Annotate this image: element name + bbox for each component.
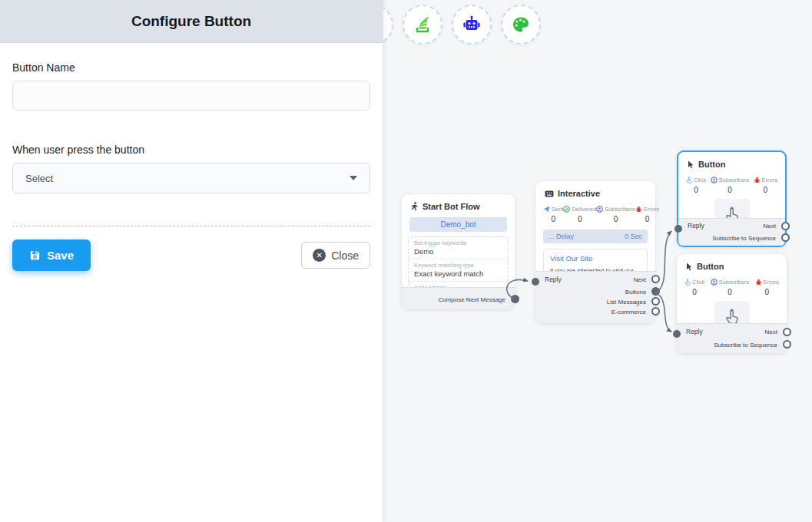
select-value: Select (25, 173, 53, 184)
output-list-messages-label: List Messages (607, 298, 646, 305)
node-button-top[interactable]: Button Click 0 Subscribers (677, 150, 787, 247)
button-name-input[interactable] (12, 81, 370, 111)
stats-row: Click 0 Subscribers 0 Errors (678, 173, 785, 194)
field-value: Exact keyword match (414, 269, 502, 278)
output-buttons-port[interactable] (651, 287, 660, 296)
subscribers-icon (711, 279, 718, 286)
flow-canvas[interactable]: Start Bot Flow Demo_bot Bot trigger keyw… (383, 0, 812, 522)
compose-next-message-port[interactable] (511, 295, 519, 303)
stat-errors: Errors 0 (754, 177, 777, 194)
output-next-port[interactable] (783, 328, 791, 336)
bot-name-badge[interactable]: Demo_bot (409, 217, 507, 232)
output-next-label: Next (634, 276, 646, 282)
field-matching-type: Keyword matching type Exact keyword matc… (409, 259, 508, 281)
configure-button-panel: Configure Button Button Name When user p… (0, 0, 383, 522)
reply-label: Reply (686, 328, 703, 335)
field-trigger-keywords: Bot trigger keywords Demo (409, 237, 508, 259)
stats-row: Sent 0 Delivered 0 Subscribers (535, 203, 655, 223)
node-title: Button (697, 262, 724, 271)
node-start-bot-flow[interactable]: Start Bot Flow Demo_bot Bot trigger keyw… (402, 194, 515, 309)
close-button-label: Close (331, 249, 359, 262)
node-title: Start Bot Flow (423, 202, 480, 211)
save-icon (29, 249, 41, 261)
touch-hand-icon (725, 309, 739, 325)
cursor-icon (688, 160, 694, 169)
compose-next-message-label: Compose Next Message (438, 296, 505, 302)
stat-subscribers: Subscribers 0 (711, 177, 750, 194)
save-button-label: Save (47, 249, 74, 262)
stat-errors: Errors 0 (755, 279, 779, 296)
output-subscribe-port[interactable] (781, 233, 790, 242)
field-label: Keyword matching type (414, 262, 502, 269)
output-ecommerce-label: E-commerce (611, 308, 646, 315)
output-next-label: Next (764, 223, 776, 230)
stat-click: Click 0 (684, 279, 704, 296)
press-action-select[interactable]: Select (12, 163, 370, 193)
palette-icon (510, 14, 532, 35)
output-subscribe-label: Subscribe to Sequence (714, 341, 777, 348)
node-title: Button (698, 160, 725, 169)
stat-subscribers: Subscribers 0 (596, 206, 635, 223)
bug-icon (635, 206, 642, 213)
hand-pointer-icon (684, 279, 691, 286)
node-button-bottom[interactable]: Button Click 0 Subscribers (677, 254, 787, 353)
output-list-messages-port[interactable] (651, 297, 660, 306)
stat-subscribers: Subscribers 0 (711, 279, 750, 296)
output-next-port[interactable] (781, 222, 790, 230)
toolbar-button-stack[interactable] (403, 5, 442, 45)
output-subscribe-label: Subscribe to Sequence (712, 235, 776, 242)
reply-in-port[interactable] (674, 225, 682, 233)
wire-buttons-to-button-top (655, 231, 671, 292)
stat-errors: Errors 0 (635, 206, 659, 223)
keyboard-icon (545, 190, 554, 197)
field-label: Bot trigger keywords (414, 240, 502, 246)
node-interactive[interactable]: Interactive Sent 0 Delivered (535, 181, 655, 323)
bug-icon (755, 279, 762, 286)
toolbar-button-partial[interactable] (383, 5, 393, 45)
delay-value: 0 Sec (625, 233, 642, 240)
output-buttons-label: Buttons (625, 288, 646, 295)
subscribers-icon (596, 206, 603, 213)
panel-header: Configure Button (0, 0, 383, 43)
close-button[interactable]: ✕ Close (301, 242, 370, 269)
reply-in-port[interactable] (532, 278, 539, 286)
output-ecommerce-port[interactable] (651, 307, 660, 316)
press-action-label: When user press the button (12, 144, 370, 156)
stack-icon (413, 15, 433, 35)
page-title: Configure Button (131, 13, 251, 30)
message-title: Visit Our Site (550, 254, 641, 263)
reply-label: Reply (545, 276, 562, 283)
cursor-icon (686, 263, 693, 271)
paper-plane-icon (543, 206, 550, 213)
toolbar-button-palette[interactable] (501, 5, 541, 45)
bug-icon (754, 177, 761, 183)
field-value: Demo (414, 247, 502, 256)
check-circle-icon (563, 206, 570, 213)
close-icon: ✕ (313, 249, 326, 262)
stat-sent: Sent 0 (543, 206, 563, 223)
output-subscribe-port[interactable] (783, 340, 791, 349)
hand-pointer-icon (686, 177, 692, 183)
stats-row: Click 0 Subscribers 0 Errors (677, 276, 787, 296)
toolbar-button-bot[interactable] (452, 5, 492, 45)
button-name-label: Button Name (12, 61, 370, 74)
output-next-port[interactable] (651, 275, 660, 283)
stat-delivered: Delivered 0 (563, 206, 596, 223)
stat-click: Click 0 (686, 177, 706, 194)
subscribers-icon (711, 177, 718, 183)
reply-label: Reply (688, 222, 704, 230)
running-man-icon (411, 202, 419, 211)
node-title: Interactive (558, 189, 600, 198)
save-button[interactable]: Save (12, 240, 91, 271)
reply-in-port[interactable] (673, 330, 681, 338)
delay-label: ... Delay (549, 233, 574, 240)
output-next-label: Next (765, 328, 777, 335)
chevron-down-icon (350, 176, 357, 180)
delay-row[interactable]: ... Delay 0 Sec (543, 230, 648, 243)
robot-icon (461, 14, 482, 35)
